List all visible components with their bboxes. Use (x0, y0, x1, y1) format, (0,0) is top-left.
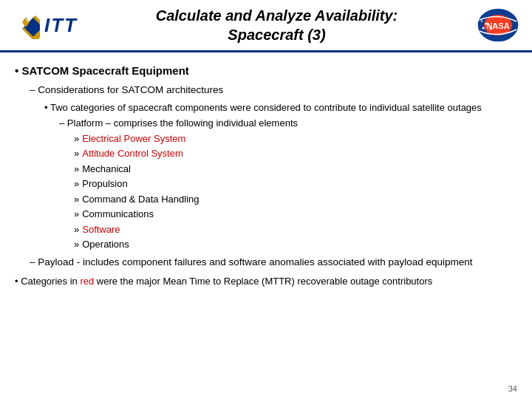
slide-content: • SATCOM Spacecraft Equipment Considerat… (0, 52, 532, 298)
slide-title: Calculate and Analyze Availability: Spac… (78, 6, 476, 44)
slide-number: 34 (508, 384, 517, 393)
list-item: » Command & Data Handling (74, 192, 517, 207)
nasa-logo: NASA (476, 7, 520, 44)
svg-point-8 (485, 23, 488, 25)
list-item: » Electrical Power System (74, 132, 517, 146)
list-item: » Software (74, 222, 517, 237)
list-item: » Attitude Control System (74, 146, 517, 161)
svg-point-11 (481, 21, 482, 22)
guillemet-icon: » (74, 237, 79, 252)
guillemet-icon: » (74, 132, 79, 146)
list-item: » Propulsion (74, 177, 517, 191)
list-item: » Mechanical (74, 162, 517, 177)
guillemet-icon: » (74, 192, 79, 207)
sub1-body: Two categories of spacecraft components … (44, 100, 517, 115)
slide-title-text: Calculate and Analyze Availability: Spac… (78, 6, 476, 44)
company-logo: ITT (12, 11, 78, 39)
list-item: » Communications (74, 207, 517, 222)
payload-text: Payload - includes component failures an… (30, 255, 517, 270)
guillemet-icon: » (74, 207, 79, 222)
bullet1-text: • SATCOM Spacecraft Equipment (15, 63, 517, 80)
guillemet-icon: » (74, 162, 79, 177)
sub1-text: Considerations for SATCOM architectures (30, 83, 517, 98)
slide-header: ITT Calculate and Analyze Availability: … (0, 0, 532, 52)
guillemet-icon: » (74, 222, 79, 237)
bullet2-text: • Categories in red were the major Mean … (15, 274, 517, 289)
platform-header: Platform – comprises the following indiv… (59, 116, 517, 131)
platform-items-list: » Electrical Power System » Attitude Con… (15, 132, 517, 252)
svg-point-9 (482, 27, 485, 30)
diamond-icon (12, 11, 40, 39)
svg-marker-3 (26, 17, 30, 22)
list-item: » Operations (74, 237, 517, 252)
svg-point-10 (490, 28, 492, 30)
guillemet-icon: » (74, 146, 79, 161)
itt-logo-text: ITT (44, 14, 78, 37)
guillemet-icon: » (74, 177, 79, 191)
